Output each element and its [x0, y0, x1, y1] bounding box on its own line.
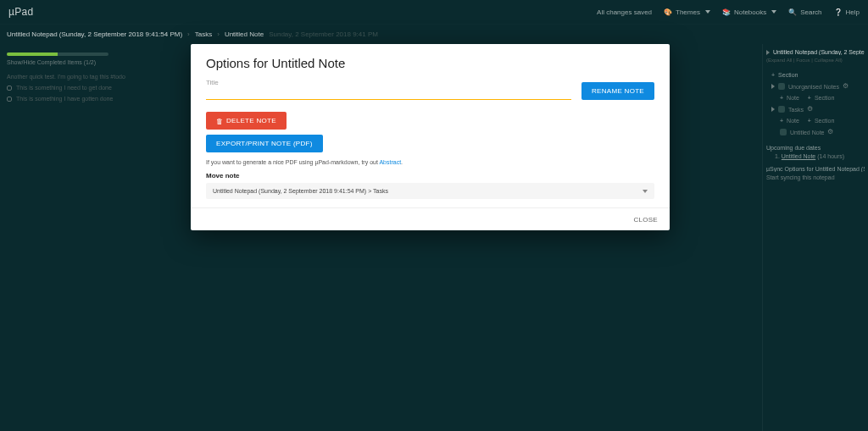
- themes-icon: 🎨: [664, 8, 672, 16]
- folder-icon: [778, 106, 785, 113]
- todo-item[interactable]: This is something I need to get done: [7, 85, 163, 91]
- search-label: Search: [800, 8, 821, 16]
- gear-icon[interactable]: [807, 106, 814, 113]
- search-icon: 🔍: [788, 8, 797, 16]
- rename-label: Rename Note: [592, 87, 644, 95]
- delete-label: Delete Note: [226, 117, 276, 124]
- trash-icon: [216, 118, 223, 124]
- sidebar-unorganised[interactable]: Unorganised Notes: [766, 80, 865, 92]
- sidebar-tasks[interactable]: Tasks: [766, 103, 865, 115]
- search-button[interactable]: 🔍 Search: [788, 8, 821, 16]
- label: Unorganised Notes: [788, 84, 839, 90]
- folder-icon: [778, 83, 785, 90]
- plus-icon: +: [780, 95, 783, 101]
- progress-done: [7, 52, 58, 56]
- add-section-label: Section: [778, 72, 798, 78]
- showhide-toggle[interactable]: Show/Hide Completed Items (1/2): [7, 59, 163, 65]
- help-button[interactable]: ❔ Help: [834, 8, 860, 16]
- chevron-down-icon: [771, 10, 776, 14]
- modal-title: Options for Untitled Note: [206, 56, 654, 70]
- note-icon: [780, 129, 787, 135]
- notebooks-icon: 📚: [722, 8, 731, 16]
- plus-icon: +: [808, 118, 811, 124]
- label: Section: [815, 95, 834, 101]
- info-pre: If you want to generate a nice PDF using…: [206, 159, 379, 165]
- notebooks-menu[interactable]: 📚 Notebooks: [722, 8, 776, 16]
- chevron-down-icon: [705, 10, 710, 14]
- abstract-link[interactable]: Abstract: [379, 159, 401, 165]
- left-pane: Show/Hide Completed Items (1/2) Another …: [0, 44, 170, 431]
- chevron-right-icon: [771, 107, 775, 112]
- plus-icon: +: [771, 72, 775, 78]
- todo-label: This is something I have gotten done: [16, 96, 113, 102]
- chevron-right-icon: [766, 50, 770, 55]
- crumb-note[interactable]: Untitled Note: [225, 30, 264, 38]
- sync-sub[interactable]: Start syncing this notepad: [766, 174, 865, 180]
- notebooks-label: Notebooks: [734, 8, 766, 16]
- crumb-section[interactable]: Tasks: [195, 30, 212, 38]
- themes-menu[interactable]: 🎨 Themes: [664, 8, 710, 16]
- label: Note: [787, 118, 799, 124]
- due-item[interactable]: 1. Untitled Note (14 hours): [766, 153, 865, 159]
- info-text: If you want to generate a nice PDF using…: [206, 159, 654, 165]
- rename-button[interactable]: Rename Note: [581, 82, 654, 100]
- note-options-modal: Options for Untitled Note Title Rename N…: [191, 44, 670, 230]
- note-tagline: Another quick test. I'm going to tag thi…: [7, 74, 163, 80]
- breadcrumb: Untitled Notepad (Sunday, 2 September 20…: [0, 24, 868, 44]
- progress-bar: [7, 52, 108, 56]
- title-field: Title: [206, 79, 571, 100]
- crumb-sep: ›: [217, 30, 220, 38]
- side-notepad-label: Untitled Notepad (Sunday, 2 September 2: [773, 49, 865, 55]
- label: Section: [815, 118, 834, 124]
- save-status: All changes saved: [597, 8, 652, 16]
- todo-item[interactable]: This is something I have gotten done: [7, 96, 163, 102]
- add-note-section[interactable]: + Note + Section: [766, 115, 865, 126]
- gear-icon[interactable]: [827, 129, 834, 135]
- plus-icon: +: [780, 118, 783, 124]
- gear-icon[interactable]: [843, 83, 849, 90]
- crumb-notepad[interactable]: Untitled Notepad (Sunday, 2 September 20…: [7, 30, 182, 38]
- move-label: Move note: [206, 172, 654, 180]
- topbar: µPad All changes saved 🎨 Themes 📚 Notebo…: [0, 0, 868, 24]
- help-label: Help: [846, 8, 860, 16]
- side-notepad-title[interactable]: Untitled Notepad (Sunday, 2 September 2: [766, 49, 865, 55]
- label: Untitled Note: [790, 130, 824, 135]
- chevron-down-icon: [643, 190, 648, 193]
- move-value: Untitled Notepad (Sunday, 2 September 20…: [213, 188, 388, 194]
- crumb-sep: ›: [187, 30, 190, 38]
- crumb-timestamp: Sunday, 2 September 2018 9:41 PM: [269, 30, 378, 38]
- title-input[interactable]: [206, 86, 571, 100]
- sidebar-note-untitled[interactable]: Untitled Note: [766, 126, 865, 138]
- close-button[interactable]: Close: [633, 216, 658, 224]
- chevron-right-icon: [771, 84, 775, 89]
- move-select[interactable]: Untitled Notepad (Sunday, 2 September 20…: [206, 183, 654, 199]
- upcoming-header: Upcoming due dates: [766, 145, 865, 151]
- delete-button[interactable]: Delete Note: [206, 112, 287, 130]
- add-note-section[interactable]: + Note + Section: [766, 92, 865, 103]
- todo-label: This is something I need to get done: [16, 85, 112, 91]
- themes-label: Themes: [676, 8, 700, 16]
- sync-header: µSync Options for Untitled Notepad (Sund: [766, 166, 865, 172]
- add-section[interactable]: + Section: [766, 69, 865, 80]
- label: Tasks: [788, 107, 804, 113]
- checkbox-icon[interactable]: [7, 97, 12, 102]
- due-link[interactable]: Untitled Note: [782, 153, 815, 159]
- brand-logo: µPad: [8, 6, 33, 18]
- plus-icon: +: [808, 95, 811, 101]
- right-pane: Untitled Notepad (Sunday, 2 September 2 …: [763, 44, 868, 431]
- help-icon: ❔: [834, 8, 843, 16]
- checkbox-icon[interactable]: [7, 86, 12, 91]
- title-label: Title: [206, 79, 571, 86]
- label: Note: [787, 95, 799, 101]
- expand-collapse-links[interactable]: (Expand All | Focus | Collapse All): [766, 58, 865, 63]
- due-when: (14 hours): [817, 153, 844, 159]
- export-label: Export/Print Note (PDF): [216, 140, 313, 147]
- export-button[interactable]: Export/Print Note (PDF): [206, 135, 323, 152]
